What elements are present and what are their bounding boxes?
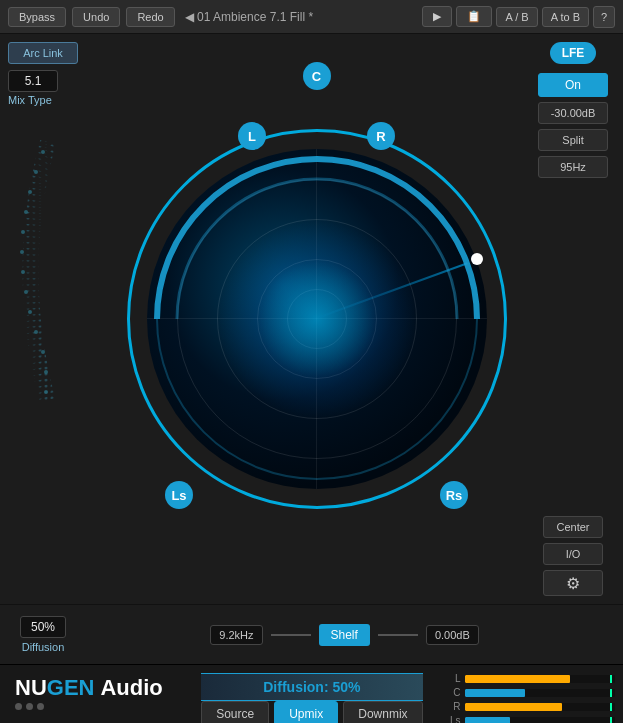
meter-tick-c xyxy=(610,689,612,697)
source-button[interactable]: Source xyxy=(201,701,269,723)
footer: NUGEN Audio HALO UPMIX Diffusion: 50% So… xyxy=(0,664,623,723)
svg-point-10 xyxy=(34,330,38,334)
mix-type-container: 5.1 Mix Type xyxy=(8,70,102,106)
nugen-text: NUGEN xyxy=(15,675,94,701)
lfe-db-value: -30.00dB xyxy=(538,102,608,124)
svg-point-11 xyxy=(41,350,45,354)
ab-button[interactable]: A / B xyxy=(496,7,537,27)
undo-button[interactable]: Undo xyxy=(72,7,120,27)
shelf-line-left xyxy=(271,634,311,636)
meter-tick-ls xyxy=(610,717,612,724)
diffusion-label: Diffusion xyxy=(22,641,65,653)
gear-icon: ⚙ xyxy=(566,574,580,593)
diffusion-value[interactable]: 50% xyxy=(20,616,66,638)
svg-point-3 xyxy=(28,190,32,194)
meter-tick-l xyxy=(610,675,612,683)
meter-bar-container-l xyxy=(465,675,615,683)
meter-row-l: L xyxy=(441,673,615,684)
mix-type-value[interactable]: 5.1 xyxy=(8,70,58,92)
arc-dots-svg xyxy=(8,132,58,412)
meter-row-ls: Ls xyxy=(441,715,615,723)
dots-row xyxy=(15,703,176,710)
diffusion-display: Diffusion: 50% xyxy=(201,673,422,701)
lfe-on-button[interactable]: On xyxy=(538,73,608,97)
top-bar: Bypass Undo Redo ◀ 01 Ambience 7.1 Fill … xyxy=(0,0,623,34)
mix-type-label: Mix Type xyxy=(8,94,102,106)
channel-ls[interactable]: Ls xyxy=(165,481,193,509)
svg-point-13 xyxy=(44,390,48,394)
transport-group: ▶ 📋 A / B A to B ? xyxy=(422,6,615,28)
meter-bar-container-ls xyxy=(465,717,615,724)
footer-center: Diffusion: 50% Source Upmix Downmix Exac… xyxy=(191,665,432,723)
meter-bar-c xyxy=(465,689,525,697)
footer-left: NUGEN Audio HALO UPMIX xyxy=(0,665,191,723)
radar-inner xyxy=(147,149,487,489)
svg-point-4 xyxy=(24,210,28,214)
meter-row-c: C xyxy=(441,687,615,698)
side-btns-group: Center I/O ⚙ xyxy=(543,416,603,596)
track-name: ◀ 01 Ambience 7.1 Fill * xyxy=(185,10,417,24)
redo-button[interactable]: Redo xyxy=(126,7,174,27)
center-area: C L R Ls Rs xyxy=(110,34,523,604)
shelf-button[interactable]: Shelf xyxy=(319,624,370,646)
nugen-logo: NUGEN Audio xyxy=(15,675,176,701)
help-button[interactable]: ? xyxy=(593,6,615,28)
channel-l[interactable]: L xyxy=(238,122,266,150)
center-button[interactable]: Center xyxy=(543,516,603,538)
meter-row-r: R xyxy=(441,701,615,712)
shelf-db-value: 0.00dB xyxy=(426,625,479,645)
upmix-button[interactable]: Upmix xyxy=(274,701,338,723)
meter-bar-ls xyxy=(465,717,510,724)
arc-dots-decoration xyxy=(8,132,102,415)
lfe-hz-value: 95Hz xyxy=(538,156,608,178)
meter-bar-l xyxy=(465,675,570,683)
clip-button[interactable]: 📋 xyxy=(456,6,492,27)
bypass-button[interactable]: Bypass xyxy=(8,7,66,27)
svg-point-12 xyxy=(44,370,48,374)
footer-right: LCRLsRsLFE xyxy=(433,665,623,723)
dot-2 xyxy=(26,703,33,710)
svg-point-6 xyxy=(20,250,24,254)
nu-text: NU xyxy=(15,675,47,700)
channel-c[interactable]: C xyxy=(303,62,331,90)
svg-point-5 xyxy=(21,230,25,234)
lfe-split-button[interactable]: Split xyxy=(538,129,608,151)
freq-value[interactable]: 9.2kHz xyxy=(210,625,262,645)
svg-point-9 xyxy=(28,310,32,314)
main-content: Arc Link 5.1 Mix Type xyxy=(0,34,623,604)
downmix-button[interactable]: Downmix xyxy=(343,701,422,723)
footer-buttons: Source Upmix Downmix xyxy=(201,701,422,723)
channel-r[interactable]: R xyxy=(367,122,395,150)
io-button[interactable]: I/O xyxy=(543,543,603,565)
meter-label-r: R xyxy=(441,701,461,712)
play-button[interactable]: ▶ xyxy=(422,6,452,27)
meter-bar-r xyxy=(465,703,563,711)
meter-label-c: C xyxy=(441,687,461,698)
meter-label-ls: Ls xyxy=(441,715,461,723)
atob-button[interactable]: A to B xyxy=(542,7,589,27)
channel-rs[interactable]: Rs xyxy=(440,481,468,509)
meter-tick-r xyxy=(610,703,612,711)
arc-link-button[interactable]: Arc Link xyxy=(8,42,78,64)
logo-area: NUGEN Audio xyxy=(15,675,176,710)
bottom-controls: 50% Diffusion 9.2kHz Shelf 0.00dB xyxy=(0,604,623,664)
gen-text: GEN xyxy=(47,675,95,700)
left-panel: Arc Link 5.1 Mix Type xyxy=(0,34,110,604)
gear-button[interactable]: ⚙ xyxy=(543,570,603,596)
dot-3 xyxy=(37,703,44,710)
svg-point-1 xyxy=(41,150,45,154)
lfe-button[interactable]: LFE xyxy=(550,42,597,64)
meter-bar-container-c xyxy=(465,689,615,697)
shelf-controls: 9.2kHz Shelf 0.00dB xyxy=(86,624,603,646)
meter-bar-container-r xyxy=(465,703,615,711)
svg-point-2 xyxy=(34,170,38,174)
right-panel: LFE On -30.00dB Split 95Hz Center I/O ⚙ xyxy=(523,34,623,604)
svg-point-7 xyxy=(21,270,25,274)
diffusion-group: 50% Diffusion xyxy=(20,616,66,653)
meter-label-l: L xyxy=(441,673,461,684)
shelf-line-right xyxy=(378,634,418,636)
audio-text: Audio xyxy=(100,675,162,701)
radar-container[interactable] xyxy=(127,129,507,509)
dot-1 xyxy=(15,703,22,710)
svg-point-8 xyxy=(24,290,28,294)
